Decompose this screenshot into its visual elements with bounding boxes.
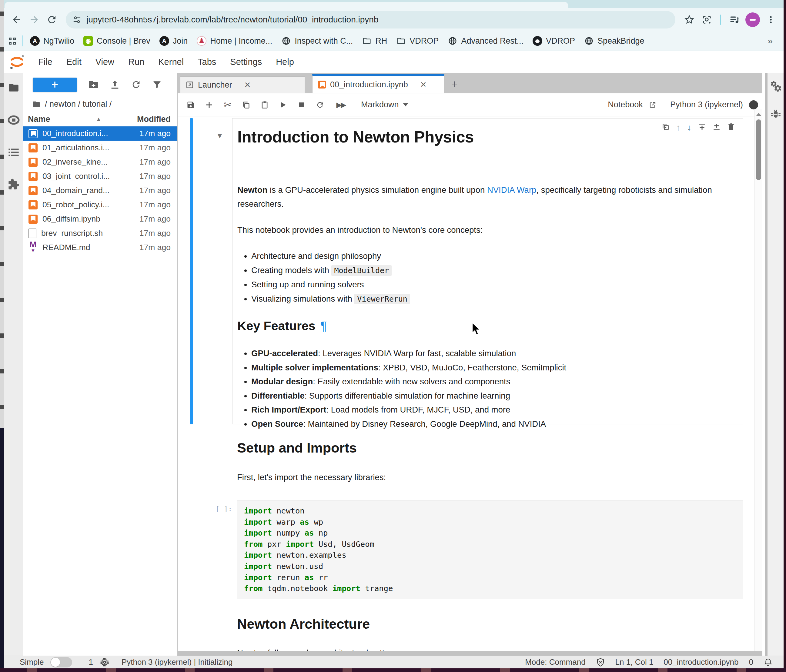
markdown-cell-setup[interactable]: Setup and Imports First, let's import th… (232, 432, 743, 651)
extensions-icon[interactable] (4, 178, 23, 190)
column-modified[interactable]: Modified (137, 115, 177, 124)
external-link-icon[interactable] (649, 101, 656, 108)
file-row[interactable]: M▼README.md17m ago (23, 240, 177, 254)
menu-run[interactable]: Run (121, 57, 151, 67)
bookmark-item[interactable]: VDROP (396, 36, 439, 46)
restart-kernel-icon[interactable] (316, 100, 325, 109)
filter-icon[interactable] (152, 80, 162, 89)
close-tab-icon[interactable]: ✕ (244, 80, 251, 90)
trust-shield-icon[interactable] (596, 658, 605, 667)
menu-kernel[interactable]: Kernel (151, 57, 191, 67)
run-icon[interactable] (278, 101, 288, 109)
cut-icon[interactable]: ✂ (223, 99, 232, 110)
kernel-status-text[interactable]: Python 3 (ipykernel) | Initializing (121, 658, 233, 667)
simple-mode-toggle[interactable] (50, 657, 72, 667)
bookmark-item[interactable]: ◉Console | Brev (83, 36, 150, 46)
media-controls-icon[interactable] (728, 13, 741, 27)
paste-icon[interactable] (260, 100, 269, 109)
scroll-up-icon[interactable] (756, 113, 761, 116)
bookmark-item[interactable]: RH (362, 36, 387, 46)
menu-tabs[interactable]: Tabs (191, 57, 223, 67)
bookmarks-overflow-chevron[interactable]: » (767, 36, 779, 46)
close-tab-icon[interactable]: ✕ (420, 80, 427, 89)
scrollbar-thumb[interactable] (756, 119, 761, 180)
file-row[interactable]: brev_runscript.sh17m ago (23, 226, 177, 240)
bookmark-star-icon[interactable] (683, 13, 696, 27)
mode-indicator[interactable]: Mode: Command (525, 658, 585, 667)
restart-run-all-icon[interactable]: ▶▶ (334, 100, 347, 109)
file-row[interactable]: 05_robot_policy.i...17m ago (23, 198, 177, 212)
copy-icon[interactable] (242, 100, 251, 109)
save-icon[interactable] (186, 100, 195, 109)
tab-notebook[interactable]: 00_introduction.ipynb ✕ (312, 74, 444, 93)
insert-cell-above-icon[interactable] (698, 123, 706, 130)
running-sessions-icon[interactable] (4, 114, 23, 126)
file-browser-icon[interactable] (4, 82, 23, 93)
code-editor[interactable]: import newtonimport warp as wpimport num… (237, 500, 743, 599)
kernel-name[interactable]: Python 3 (ipykernel) (670, 100, 743, 110)
bookmark-item[interactable]: Inspect with C... (281, 36, 353, 46)
property-inspector-icon[interactable] (767, 80, 784, 92)
bookmark-item[interactable]: Advanced Rest... (448, 36, 523, 46)
notebook-hscroll-track[interactable] (178, 651, 762, 656)
browser-menu-icon[interactable] (764, 13, 778, 27)
markdown-cell-intro[interactable]: ↑ ↓ Introduction to Newton Physics Newto… (232, 118, 743, 424)
table-of-contents-icon[interactable] (4, 146, 23, 158)
upload-icon[interactable] (110, 79, 120, 90)
back-icon[interactable] (10, 13, 24, 27)
duplicate-cell-icon[interactable] (662, 123, 670, 130)
column-name[interactable]: Name (23, 115, 50, 124)
cell-collapser-icon[interactable]: ▼ (216, 131, 224, 140)
url-text[interactable]: jupyter0-48ohn5s7j.brevlab.com/lab/tree/… (86, 15, 378, 25)
active-cell-indicator[interactable] (190, 118, 193, 424)
bookmark-item[interactable]: SpeakBridge (584, 36, 645, 46)
menu-edit[interactable]: Edit (60, 57, 88, 67)
debugger-icon[interactable] (767, 108, 784, 120)
statusbar-filename[interactable]: 00_introduction.ipynb (663, 658, 739, 667)
file-row[interactable]: 02_inverse_kine...17m ago (23, 155, 177, 169)
insert-cell-icon[interactable] (204, 101, 214, 109)
cell-type-dropdown[interactable]: Markdown (361, 100, 408, 110)
profile-avatar[interactable] (745, 13, 760, 27)
breadcrumb-folder-icon[interactable] (32, 100, 41, 108)
bookmark-item[interactable]: ♟Home | Income... (197, 36, 272, 46)
menu-view[interactable]: View (88, 57, 121, 67)
url-bar[interactable]: jupyter0-48ohn5s7j.brevlab.com/lab/tree/… (66, 11, 675, 28)
new-tab-icon[interactable]: ＋ (449, 77, 459, 91)
new-folder-icon[interactable] (88, 79, 99, 90)
file-row[interactable]: 00_introduction.i...17m ago (23, 126, 177, 141)
file-row[interactable]: 01_articulations.i...17m ago (23, 141, 177, 155)
nvidia-warp-link[interactable]: NVIDIA Warp (487, 185, 536, 195)
file-row[interactable]: 04_domain_rand...17m ago (23, 184, 177, 198)
code-cell[interactable]: [ ]: import newtonimport warp as wpimpor… (237, 500, 743, 599)
reload-icon[interactable] (45, 13, 58, 27)
notebook-scrollbar[interactable] (755, 109, 762, 651)
move-cell-up-icon[interactable]: ↑ (676, 123, 681, 132)
bookmark-item[interactable]: VDROP (533, 36, 575, 46)
menu-help[interactable]: Help (269, 57, 301, 67)
refresh-icon[interactable] (131, 79, 141, 90)
kernels-chip-icon[interactable] (100, 658, 109, 667)
apps-grid-icon[interactable] (9, 38, 16, 44)
cursor-position[interactable]: Ln 1, Col 1 (615, 658, 654, 667)
breadcrumb-path[interactable]: / newton / tutorial / (45, 99, 112, 109)
menu-file[interactable]: File (31, 57, 60, 67)
file-row[interactable]: 03_joint_control.i...17m ago (23, 169, 177, 184)
site-info-icon[interactable] (72, 15, 82, 24)
stop-icon[interactable] (297, 101, 306, 108)
bookmark-item[interactable]: ANgTwilio (30, 36, 74, 46)
lens-search-icon[interactable] (700, 13, 714, 27)
anchor-pilcrow[interactable]: ¶ (321, 319, 327, 333)
kernel-status-icon[interactable] (749, 100, 758, 110)
sort-ascending-icon[interactable]: ▲ (96, 116, 102, 123)
notebook-mode-label[interactable]: Notebook (608, 100, 643, 110)
file-row[interactable]: 06_diffsim.ipynb17m ago (23, 212, 177, 226)
delete-cell-icon[interactable] (727, 123, 735, 130)
tab-launcher[interactable]: Launcher ✕ (180, 76, 305, 93)
bookmark-item[interactable]: AJoin (159, 36, 188, 46)
new-launcher-button[interactable] (33, 78, 77, 92)
insert-cell-below-icon[interactable] (713, 123, 720, 130)
menu-settings[interactable]: Settings (223, 57, 269, 67)
markdown-cell-architecture[interactable]: Newton Architecture Newton follows a cle… (237, 616, 743, 651)
forward-icon[interactable] (28, 13, 41, 27)
